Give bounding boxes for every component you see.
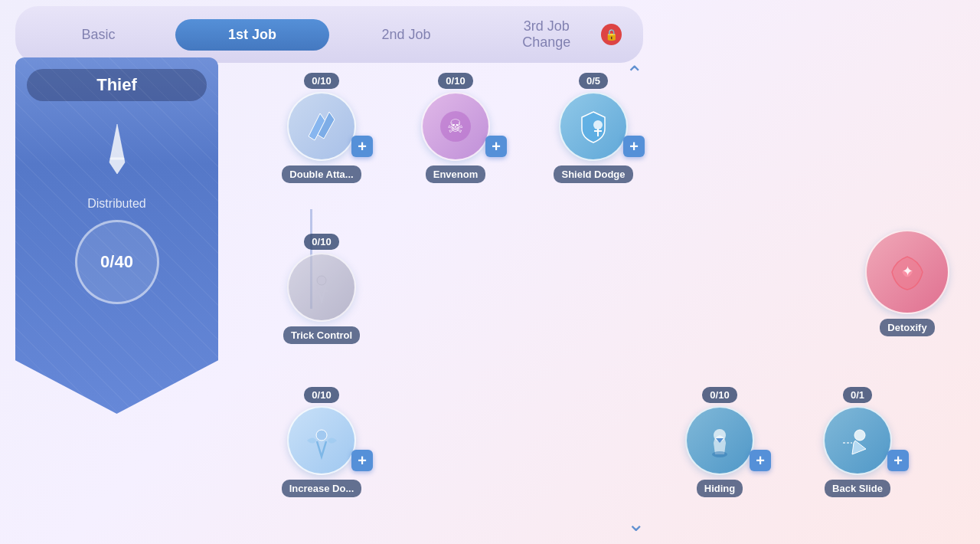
tab-job3[interactable]: 3rd Job Change 🔒 [483, 11, 637, 58]
increase-dodge-circle-wrap: + [287, 406, 356, 475]
envenom-plus[interactable]: + [485, 136, 507, 157]
envenom-circle-wrap: ☠ + [421, 92, 490, 161]
lock-icon: 🔒 [601, 24, 622, 45]
increase-dodge-plus[interactable]: + [351, 450, 373, 471]
trick-control-icon[interactable] [287, 253, 356, 322]
svg-point-5 [317, 276, 326, 285]
double-attack-icon[interactable] [287, 92, 356, 161]
skill-node-shield-dodge: 0/5 + Shield Dodge [547, 73, 639, 183]
double-attack-plus[interactable]: + [351, 136, 373, 157]
skill-node-envenom: 0/10 ☠ + Envenom [410, 73, 501, 183]
skill-node-double-attack: 0/10 + Double Atta... [276, 73, 368, 183]
increase-dodge-counter: 0/10 [304, 387, 338, 403]
tab-basic[interactable]: Basic [21, 19, 175, 51]
envenom-icon[interactable]: ☠ [421, 92, 490, 161]
increase-dodge-icon[interactable] [287, 406, 356, 475]
shield-dodge-counter: 0/5 [579, 73, 608, 89]
envenom-label: Envenom [426, 165, 486, 183]
increase-dodge-label: Increase Do... [282, 480, 362, 497]
shield-dodge-label: Shield Dodge [554, 165, 632, 183]
points-circle: 0/40 [75, 220, 159, 304]
weapon-icon [94, 120, 140, 182]
svg-text:✦: ✦ [902, 264, 913, 279]
back-slide-circle-wrap: + [823, 406, 892, 475]
hiding-plus[interactable]: + [750, 450, 771, 471]
envenom-counter: 0/10 [438, 73, 472, 89]
detoxify-circle-wrap: ✦ [865, 230, 949, 314]
back-slide-label: Back Slide [825, 480, 890, 497]
skill-node-back-slide: 0/1 + Back Slide [812, 387, 903, 497]
svg-point-10 [712, 451, 727, 457]
skill-node-trick-control: 0/10 Trick Control [276, 234, 368, 344]
double-attack-counter: 0/10 [304, 73, 338, 89]
tab-job2[interactable]: 2nd Job [329, 19, 483, 51]
skill-area: ⌃ 0/10 + Double Atta... 0/10 ☠ + [230, 57, 980, 544]
double-attack-label: Double Atta... [282, 165, 361, 183]
tab-bar: Basic 1st Job 2nd Job 3rd Job Change 🔒 [15, 6, 643, 63]
sidebar: Thief Distributed 0/40 [15, 57, 218, 414]
hiding-icon[interactable] [685, 406, 754, 475]
detoxify-label: Detoxify [880, 319, 934, 336]
detoxify-icon[interactable]: ✦ [865, 230, 949, 314]
trick-control-circle-wrap [287, 253, 356, 322]
shield-dodge-circle-wrap: + [559, 92, 628, 161]
back-slide-icon[interactable] [823, 406, 892, 475]
svg-point-8 [316, 430, 327, 441]
hiding-label: Hiding [697, 480, 743, 497]
class-title: Thief [27, 69, 207, 101]
back-slide-counter: 0/1 [843, 387, 872, 403]
double-attack-circle-wrap: + [287, 92, 356, 161]
skill-node-increase-dodge: 0/10 + Increase Do... [276, 387, 368, 497]
svg-point-11 [854, 430, 865, 441]
scroll-down-arrow[interactable]: ⌄ [627, 511, 645, 536]
skill-node-hiding: 0/10 + Hiding [674, 387, 766, 497]
back-slide-plus[interactable]: + [887, 450, 909, 471]
tab-job1[interactable]: 1st Job [175, 19, 329, 51]
distributed-label: Distributed [87, 197, 145, 211]
svg-text:☠: ☠ [447, 116, 464, 136]
skill-node-detoxify: ✦ Detoxify [858, 230, 957, 336]
shield-dodge-icon[interactable] [559, 92, 628, 161]
svg-point-2 [593, 120, 603, 129]
hiding-counter: 0/10 [702, 387, 737, 403]
shield-dodge-plus[interactable]: + [623, 136, 645, 157]
trick-control-counter: 0/10 [304, 234, 338, 250]
hiding-circle-wrap: + [685, 406, 754, 475]
trick-control-label: Trick Control [283, 326, 360, 344]
